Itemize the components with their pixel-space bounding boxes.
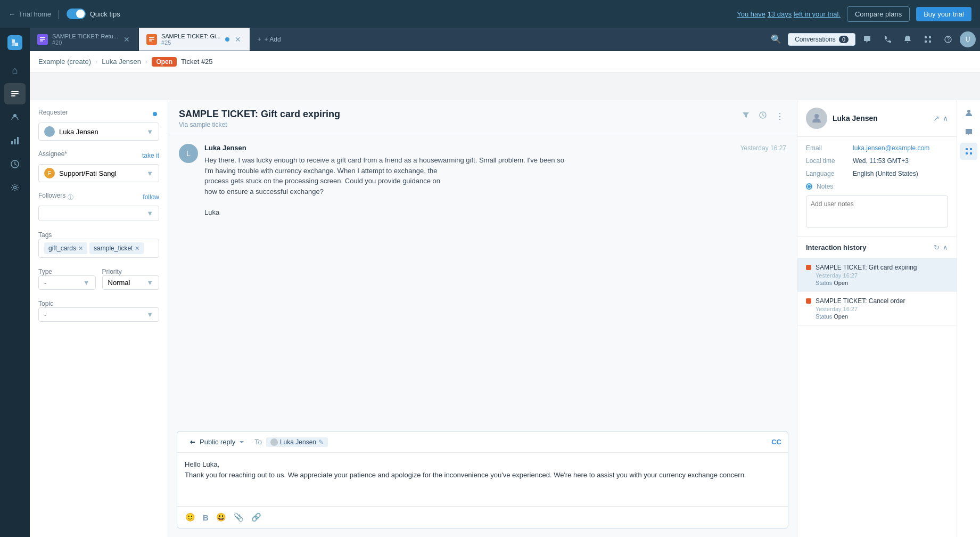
reply-format-bar: 🙂 B 😃 📎 🔗: [177, 506, 788, 528]
bold-icon[interactable]: B: [201, 511, 210, 524]
left-panel: Requester Luka Jensen ▼ Assignee* take i…: [30, 100, 168, 537]
priority-select[interactable]: Normal ▼: [102, 275, 160, 290]
external-link-icon[interactable]: ↗: [933, 114, 940, 123]
edit-recipient-icon[interactable]: ✎: [318, 438, 324, 446]
interaction-item-1[interactable]: SAMPLE TICKET: Gift card expiring Yester…: [797, 258, 957, 292]
compare-plans-button[interactable]: Compare plans: [847, 6, 910, 22]
trial-home-link[interactable]: ← Trial home: [9, 10, 51, 18]
conversations-button[interactable]: Conversations 0: [788, 33, 855, 46]
email-value[interactable]: luka.jensen@example.com: [853, 144, 929, 152]
more-options-icon[interactable]: ⋮: [773, 109, 786, 124]
tab1-close-icon[interactable]: ✕: [122, 34, 131, 45]
priority-section: Priority Normal ▼: [102, 267, 160, 290]
sidebar-home-icon[interactable]: ⌂: [4, 60, 26, 81]
priority-chevron-icon: ▼: [146, 279, 153, 287]
conversations-label: Conversations: [795, 36, 836, 43]
local-time-label: Local time: [806, 157, 849, 165]
chat-icon-button[interactable]: [859, 31, 876, 48]
assignee-chevron-icon: ▼: [146, 169, 153, 177]
far-right-user-icon[interactable]: [960, 104, 977, 121]
followers-chevron-icon: ▼: [146, 209, 153, 217]
type-priority-row: Type - ▼ Priority Normal ▼: [38, 267, 159, 299]
svg-rect-15: [149, 40, 152, 42]
attachment-icon[interactable]: 📎: [232, 511, 245, 524]
assignee-field[interactable]: F Support/Fati Sangl ▼: [38, 164, 159, 182]
tab-1[interactable]: SAMPLE TICKET: Retu... #20 ✕: [30, 28, 139, 51]
assignee-name: Support/Fati Sangl: [59, 169, 117, 177]
sidebar-settings-icon[interactable]: [4, 177, 26, 198]
topic-label: Topic: [38, 300, 53, 307]
toggle-switch[interactable]: [67, 9, 86, 19]
followers-info-icon[interactable]: ⓘ: [68, 193, 73, 201]
help-icon-button[interactable]: ?: [940, 31, 957, 48]
user-avatar[interactable]: U: [960, 31, 976, 47]
breadcrumb-bar: Example (create) › Luka Jensen › Open Ti…: [30, 51, 980, 72]
emoji-icon[interactable]: 🙂: [184, 511, 197, 524]
apps-icon-button[interactable]: [919, 31, 936, 48]
tag-gift-cards[interactable]: gift_cards ✕: [44, 242, 87, 254]
emoji2-icon[interactable]: 😃: [215, 511, 228, 524]
recipient-name: Luka Jensen: [280, 438, 316, 446]
message-item: L Luka Jensen Yesterday 16:27 Hey there.…: [179, 144, 786, 217]
svg-rect-25: [966, 148, 968, 150]
topic-select[interactable]: - ▼: [38, 307, 159, 322]
phone-icon-button[interactable]: [879, 31, 896, 48]
cc-button[interactable]: CC: [771, 438, 781, 446]
history-icon[interactable]: [756, 109, 769, 124]
interaction-item-2[interactable]: SAMPLE TICKET: Cancel order Yesterday 16…: [797, 292, 957, 326]
type-section: Type - ▼: [38, 267, 96, 290]
int-status-1: Status Open: [816, 280, 917, 286]
tab-add-button[interactable]: + + Add: [250, 28, 289, 51]
follow-link[interactable]: follow: [143, 193, 159, 201]
reply-body[interactable]: Hello Luka,Thank you for reaching out to…: [177, 453, 788, 506]
svg-rect-13: [149, 37, 154, 38]
quick-tips-label: Quick tips: [90, 10, 120, 18]
tag-sample-ticket[interactable]: sample_ticket ✕: [89, 242, 144, 254]
sidebar-contacts-icon[interactable]: [4, 107, 26, 128]
contact-close-icon[interactable]: ∧: [943, 114, 948, 123]
type-select[interactable]: - ▼: [38, 275, 96, 290]
far-right-chat-icon[interactable]: [960, 124, 977, 141]
search-button[interactable]: 🔍: [768, 31, 785, 48]
type-label: Type: [38, 268, 52, 275]
refresh-icon[interactable]: ↻: [934, 243, 940, 251]
bell-icon-button[interactable]: [899, 31, 916, 48]
filter-icon[interactable]: [739, 109, 752, 124]
breadcrumb-example[interactable]: Example (create): [38, 58, 91, 66]
int-status-2: Status Open: [816, 313, 905, 320]
tag-gift-cards-remove[interactable]: ✕: [78, 245, 83, 252]
collapse-icon[interactable]: ∧: [943, 243, 948, 251]
notes-textarea[interactable]: [806, 196, 948, 227]
reply-type-label: Public reply: [200, 438, 235, 446]
requester-field[interactable]: Luka Jensen ▼: [38, 123, 159, 141]
sidebar-tickets-icon[interactable]: [4, 83, 26, 104]
email-row: Email luka.jensen@example.com: [806, 144, 948, 152]
far-right-grid-icon[interactable]: [960, 143, 977, 160]
tab-2[interactable]: SAMPLE TICKET: Gi... #25 ✕: [139, 28, 250, 51]
app-logo[interactable]: [4, 32, 26, 53]
buy-trial-button[interactable]: Buy your trial: [916, 7, 971, 21]
tags-field[interactable]: gift_cards ✕ sample_ticket ✕: [38, 239, 159, 258]
sidebar-analytics-icon[interactable]: [4, 153, 26, 175]
topbar-right: You have 13 days left in your trial. Com…: [737, 6, 971, 22]
sidebar-reports-icon[interactable]: [4, 130, 26, 151]
link-icon[interactable]: 🔗: [250, 511, 263, 524]
followers-field[interactable]: ▼: [38, 206, 159, 221]
tab2-close-icon[interactable]: ✕: [234, 34, 242, 45]
language-row: Language English (United States): [806, 170, 948, 177]
priority-value: Normal: [108, 279, 130, 287]
reply-type-button[interactable]: Public reply: [184, 436, 250, 448]
interaction-history-title: Interaction history: [806, 243, 866, 251]
breadcrumb-user[interactable]: Luka Jensen: [102, 58, 141, 66]
requester-avatar: [44, 126, 55, 137]
svg-point-9: [14, 186, 17, 189]
take-it-link[interactable]: take it: [142, 152, 159, 159]
int-title-1: SAMPLE TICKET: Gift card expiring: [816, 264, 917, 271]
quick-tips-toggle[interactable]: Quick tips: [67, 9, 120, 19]
type-chevron-icon: ▼: [83, 279, 90, 287]
topic-value: -: [44, 311, 46, 319]
contact-header: Luka Jensen ↗ ∧: [797, 100, 957, 137]
message-content: Luka Jensen Yesterday 16:27 Hey there. I…: [204, 144, 786, 217]
svg-rect-26: [970, 148, 972, 150]
tag-sample-ticket-remove[interactable]: ✕: [135, 245, 139, 252]
